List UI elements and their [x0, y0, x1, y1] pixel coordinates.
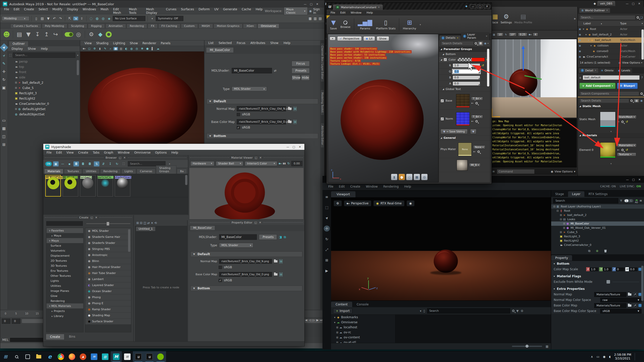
outliner-item[interactable]: defaultObjectSet — [8, 112, 80, 117]
redo-icon[interactable] — [58, 17, 63, 20]
shelf-tab[interactable]: Omniverse — [258, 24, 279, 28]
close-panel-icon[interactable] — [259, 221, 261, 224]
create-tree-item[interactable]: Surface — [47, 243, 83, 248]
select-box-icon[interactable] — [324, 204, 330, 210]
menu-item[interactable]: Graph — [102, 151, 115, 154]
outliner-row[interactable]: convex0StaticMesh — [578, 49, 644, 54]
expand-toolbar-icon[interactable] — [574, 17, 576, 21]
plane-snap-icon[interactable] — [107, 17, 112, 20]
bins-bottom-tab[interactable]: Bins — [65, 334, 79, 340]
create-tree-item[interactable]: ▸Library — [47, 313, 83, 319]
layer-parameters-tab[interactable]: iLayer Param — [461, 32, 490, 40]
scale-snap-value[interactable]: 0.25 — [518, 33, 527, 36]
content-tree-item[interactable]: ⊞ov-at-stl — [331, 340, 395, 343]
menu-item[interactable]: Renderer — [140, 41, 158, 45]
layer-tree-item[interactable]: ⊟Root Layer (Authoring Layer) — [551, 204, 644, 209]
menu-item[interactable]: Tabs — [91, 151, 102, 154]
refresh-icon[interactable] — [114, 161, 120, 166]
cube-preview-button[interactable] — [414, 174, 420, 180]
norm-override-checkbox[interactable]: ✓ — [440, 117, 444, 121]
create-node-item[interactable]: MDL Shader — [85, 228, 131, 234]
step-back-button[interactable] — [305, 319, 308, 322]
expander-icon[interactable]: ▸ — [51, 234, 54, 237]
details-scrollbar[interactable] — [487, 49, 489, 86]
hide-button[interactable]: Hide — [301, 75, 310, 80]
focus-button[interactable]: Focus — [292, 61, 310, 66]
move-tool-icon[interactable] — [324, 225, 330, 232]
custom-mesh-preview-button[interactable] — [421, 174, 428, 180]
outliner-scrollbar[interactable] — [77, 60, 79, 75]
bottom-section-header[interactable]: Bottom — [190, 286, 302, 291]
create-search-input[interactable] — [46, 221, 83, 226]
minimize-button[interactable] — [285, 145, 290, 149]
layer-tree-item[interactable]: ⊞ball_default_2 — [551, 213, 644, 217]
create-node-item[interactable]: Shaderfx Game Hair — [85, 234, 131, 240]
film-gate-icon[interactable] — [119, 47, 123, 50]
textured-icon[interactable] — [129, 47, 134, 50]
dropdown-icon[interactable] — [150, 17, 155, 20]
shelf-tab[interactable]: XGen — [243, 24, 257, 28]
menu-item[interactable]: Rendering — [381, 185, 401, 188]
mail-icon[interactable]: ✉ — [89, 351, 100, 362]
range-start-field[interactable]: 0 — [2, 319, 10, 324]
folder-icon[interactable] — [274, 260, 277, 262]
import-button[interactable]: Import — [333, 308, 352, 314]
swatch-mi-wood[interactable]: MI_Wood_... — [63, 175, 78, 197]
omniverse-tab[interactable]: Omniv — [599, 68, 616, 73]
grid-view-icon[interactable] — [546, 345, 548, 348]
content-tree-item[interactable]: ▾Omniverse — [331, 320, 395, 325]
use-selected-icon[interactable] — [471, 120, 473, 123]
default-section-header[interactable]: Default — [190, 251, 302, 257]
browse-icon[interactable] — [621, 121, 624, 123]
menu-item[interactable]: View — [82, 41, 94, 45]
layer-tree-item[interactable]: ⊞MI_BaseColor — [551, 221, 644, 226]
browser-tab[interactable]: Rendering — [100, 169, 121, 174]
materials-header[interactable]: Materials — [582, 134, 597, 137]
outliner-item[interactable]: top — [8, 64, 80, 69]
reset-icon[interactable] — [626, 120, 628, 123]
expander-icon[interactable]: ▾ — [48, 239, 51, 242]
expander-icon[interactable]: ⊞ — [336, 331, 339, 334]
chrome-icon[interactable] — [55, 351, 66, 362]
menu-item[interactable]: Help — [281, 41, 293, 45]
content-search-input[interactable]: Search — [427, 308, 510, 313]
menu-item[interactable]: Cache — [239, 8, 253, 15]
menu-item[interactable]: Show — [128, 41, 140, 45]
play-button[interactable] — [312, 319, 315, 322]
camera-icon[interactable] — [82, 48, 86, 50]
expander-icon[interactable]: ▸ — [51, 315, 54, 318]
use-selected-icon[interactable] — [473, 150, 475, 153]
folder-icon[interactable] — [288, 108, 292, 110]
menu-item[interactable]: Modify — [50, 8, 65, 15]
close-button[interactable] — [637, 178, 642, 181]
show-button[interactable]: Show — [292, 75, 300, 80]
unreal-editor-taskbar-icon[interactable]: u — [133, 351, 144, 362]
menu-item[interactable]: List — [206, 41, 216, 45]
blueprint-button[interactable]: Bluepri — [617, 83, 637, 89]
phys-material-dropdown[interactable]: None — [473, 145, 485, 149]
shading-icon[interactable] — [124, 47, 129, 50]
lit-button[interactable]: Lit — [363, 36, 375, 41]
expander-icon[interactable]: ⊞ — [14, 108, 18, 110]
layer-tree-item[interactable]: ⊞Cube_5 — [551, 230, 644, 234]
menu-item[interactable]: Edit — [336, 185, 347, 188]
dock-tab[interactable]: Layer — [568, 191, 584, 197]
platform-stats-button[interactable]: Platform Stats — [376, 19, 395, 30]
outliner-search-input[interactable]: Search... — [579, 15, 635, 20]
use-selected-icon[interactable] — [617, 120, 619, 123]
settings-button[interactable]: Settings — [501, 13, 512, 24]
menu-item[interactable]: Focus — [234, 41, 248, 45]
srgb-checkbox[interactable] — [219, 266, 222, 269]
browse-icon[interactable] — [475, 120, 478, 122]
outliner-title-tab[interactable]: Outliner — [9, 41, 28, 46]
menu-item[interactable]: File — [328, 11, 338, 14]
filter-on-toggle[interactable]: ON — [45, 162, 52, 166]
create-node-item[interactable]: Phong — [85, 294, 131, 300]
g-value-field[interactable]: 0.0 — [453, 69, 480, 74]
range-start2-field[interactable]: 0 — [12, 319, 20, 324]
use-selected-icon[interactable] — [471, 102, 473, 105]
plane-preview-button[interactable] — [406, 174, 413, 180]
expander-icon[interactable]: ▾ — [582, 28, 585, 30]
normal-map-field[interactable]: rials\Textures\T_Brick_Clay_Old_N.png — [219, 259, 272, 264]
details-tab[interactable]: iDetails — [439, 35, 461, 40]
